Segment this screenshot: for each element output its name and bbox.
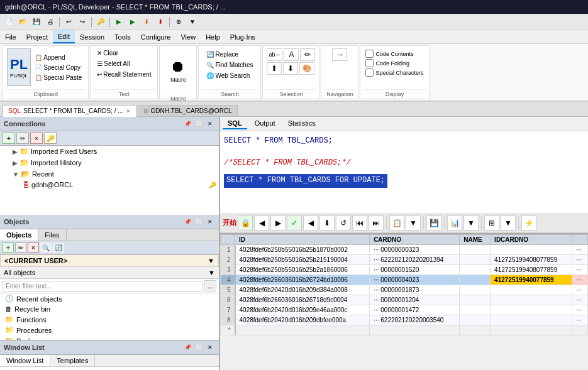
obj-edit-btn[interactable]: ✏: [15, 242, 26, 253]
obj-float-btn[interactable]: ⬜: [194, 217, 204, 227]
conn-key-btn[interactable]: 🔑: [44, 133, 57, 144]
qt-extra-btn[interactable]: ⊕: [172, 16, 185, 28]
exec-left2-btn[interactable]: ◀: [303, 215, 318, 231]
qt-open-btn[interactable]: 📂: [16, 16, 29, 28]
col-id[interactable]: ID: [235, 235, 370, 245]
exec-right-btn[interactable]: ▶: [270, 215, 286, 231]
col-cardno[interactable]: CARDNO: [370, 235, 460, 245]
filter-go-btn[interactable]: ...: [204, 280, 216, 291]
sql-tab-close[interactable]: ✕: [126, 108, 131, 114]
menu-tools[interactable]: Tools: [109, 30, 136, 43]
wl-float-btn[interactable]: ⬜: [194, 342, 204, 352]
code-folding-check[interactable]: [365, 59, 374, 67]
menu-view[interactable]: View: [175, 30, 201, 43]
qt-run3-btn[interactable]: ⬇: [140, 16, 153, 28]
clear-btn[interactable]: ✕Clear: [94, 48, 153, 58]
wl-tab-list[interactable]: Window List: [0, 355, 50, 366]
tab-objects[interactable]: Objects: [0, 229, 38, 241]
table-row[interactable]: 7 4028fdef6b20420d016b209e46aa000c ··· 0…: [221, 305, 588, 315]
find-matches-btn[interactable]: 🔍Find Matches: [204, 60, 255, 70]
list-item-functions[interactable]: 📁 Functions: [0, 314, 219, 325]
sel-btn6[interactable]: 🎨: [299, 62, 314, 75]
menu-project[interactable]: Project: [21, 30, 53, 43]
list-item-recycle[interactable]: 🗑 Recycle bin: [0, 304, 219, 314]
exec-chart-btn[interactable]: 📊: [447, 215, 462, 231]
exec-left-btn[interactable]: ◀: [254, 215, 269, 231]
all-objects-select[interactable]: All objects ▼: [0, 267, 219, 279]
obj-add-btn[interactable]: +: [3, 242, 14, 253]
editor-area[interactable]: SELECT * FROM TBL_CARDS; /*SELECT * FROM…: [220, 131, 588, 213]
qt-new-btn[interactable]: 📄: [3, 16, 15, 28]
exec-copy-btn[interactable]: 📋: [389, 215, 404, 231]
qt-save-btn[interactable]: 💾: [30, 16, 43, 28]
sel-btn3[interactable]: ✏: [300, 48, 315, 61]
append-btn[interactable]: 📋Append: [32, 53, 84, 62]
sel-btn4[interactable]: ⬆: [267, 62, 282, 75]
table-row[interactable]: 1 4028fdef6b250b55016b25b1870b0002 ··· 0…: [221, 245, 588, 255]
conn-add-btn[interactable]: +: [3, 133, 15, 144]
menu-configure[interactable]: Configure: [136, 30, 176, 43]
conn-float-btn[interactable]: ⬜: [194, 119, 204, 129]
menu-plugins[interactable]: Plug-Ins: [225, 30, 260, 43]
plsql-big-btn[interactable]: PL PL/SQL: [7, 48, 31, 86]
qt-key-btn[interactable]: 🔑: [94, 16, 107, 28]
tree-gdnh[interactable]: 🗄 gdnh@ORCL 🔑: [20, 180, 219, 190]
exec-lock-btn[interactable]: 🔒: [238, 215, 253, 231]
wl-close-btn[interactable]: ✕: [205, 342, 215, 352]
obj-pin-btn[interactable]: 📌: [182, 217, 192, 227]
doc-tab-table[interactable]: ⊞ GDNH.TBL_CARDS@ORCL: [138, 105, 238, 116]
exec-back-btn[interactable]: ⏮: [352, 215, 367, 231]
obj-del-btn[interactable]: ×: [28, 242, 39, 253]
ed-tab-output[interactable]: Output: [250, 118, 280, 129]
ed-tab-statistics[interactable]: Statistics: [283, 118, 321, 129]
list-item-recent[interactable]: 🕐 Recent objects: [0, 293, 219, 304]
col-name[interactable]: NAME: [460, 235, 491, 245]
menu-help[interactable]: Help: [201, 30, 225, 43]
tree-imported-fixed[interactable]: ▶ 📁 Imported Fixed Users: [10, 146, 219, 157]
tree-imported-history[interactable]: ▶ 📁 Imported History: [10, 157, 219, 168]
exec-check-btn[interactable]: ✓: [287, 215, 302, 231]
nav-btn[interactable]: →: [332, 48, 347, 61]
table-row[interactable]: 6 4028fdef6b266036016b26718d9c0004 ··· 0…: [221, 295, 588, 305]
exec-filter-btn[interactable]: ⚡: [521, 215, 536, 231]
exec-grid-btn[interactable]: ⊞: [484, 215, 499, 231]
wl-tab-templates[interactable]: Templates: [50, 355, 95, 366]
recall-btn[interactable]: ↩Recall Statement: [94, 70, 153, 79]
exec-copydrop-btn[interactable]: ▼: [406, 215, 421, 231]
special-copy-btn[interactable]: 📄Special Copy: [32, 63, 84, 72]
qt-undo-btn[interactable]: ↩: [62, 16, 75, 28]
table-row-selected[interactable]: 4 4028fdef6b266036016b26724bd10006 ··· 0…: [221, 275, 588, 285]
menu-edit[interactable]: Edit: [53, 30, 75, 43]
menu-session[interactable]: Session: [75, 30, 109, 43]
sel-btn2[interactable]: A: [284, 48, 299, 61]
sel-btn1[interactable]: ab↔: [267, 48, 282, 61]
special-paste-btn[interactable]: 📋Special Paste: [32, 73, 84, 82]
wl-pin-btn[interactable]: 📌: [182, 342, 192, 352]
list-item-procedures[interactable]: 📁 Procedures: [0, 325, 219, 335]
conn-pin-btn[interactable]: 📌: [182, 119, 192, 129]
obj-close-btn[interactable]: ✕: [205, 217, 215, 227]
obj-search-btn[interactable]: 🔍: [40, 242, 52, 253]
conn-close-btn[interactable]: ✕: [205, 119, 215, 129]
ed-tab-sql[interactable]: SQL: [223, 118, 247, 129]
exec-save-btn[interactable]: 💾: [426, 215, 441, 231]
exec-chartdrop-btn[interactable]: ▼: [463, 215, 479, 231]
code-contents-check[interactable]: [365, 50, 374, 58]
sel-btn5[interactable]: ⬇: [283, 62, 298, 75]
tab-files[interactable]: Files: [38, 229, 66, 241]
qt-redo-btn[interactable]: ↪: [76, 16, 89, 28]
replace-btn[interactable]: 🔄Replace: [204, 50, 255, 59]
table-row[interactable]: 2 4028fdef6b250b55016b25b215190004 ··· 6…: [221, 255, 588, 265]
results-table[interactable]: ID CARDNO NAME IDCARDNO 1 4028fdef6b250b…: [220, 233, 588, 346]
current-user-select[interactable]: <CURRENT USER> ▼: [0, 254, 219, 267]
qt-run2-btn[interactable]: ▶: [126, 16, 139, 28]
list-item-packages[interactable]: 📁 Packages: [0, 335, 219, 340]
table-row[interactable]: 3 4028fdef6b250b55016b25b2a1860006 ··· 0…: [221, 265, 588, 275]
qt-run4-btn[interactable]: ⬇: [154, 16, 167, 28]
qt-print-btn[interactable]: 🖨: [44, 16, 57, 28]
exec-refresh-btn[interactable]: ↺: [336, 215, 351, 231]
obj-refresh-btn[interactable]: 🔄: [53, 242, 64, 253]
filter-input[interactable]: [3, 281, 202, 291]
col-idcardno[interactable]: IDCARDNO: [491, 235, 572, 245]
web-search-btn[interactable]: 🌐Web Search: [204, 71, 255, 80]
